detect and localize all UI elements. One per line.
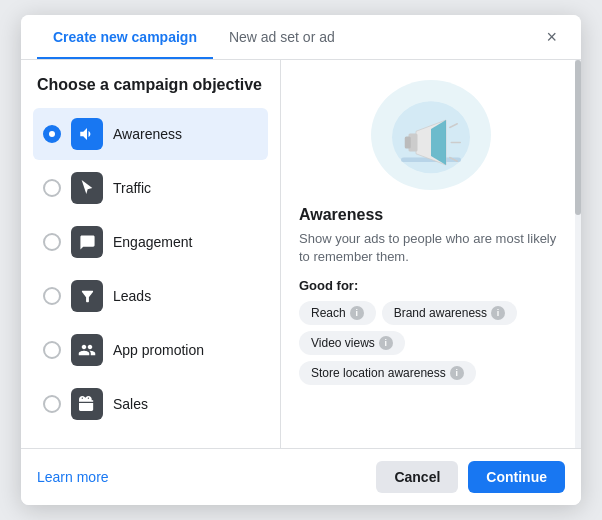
sales-label: Sales — [113, 396, 148, 412]
app-promotion-label: App promotion — [113, 342, 204, 358]
tab-new-ad-set[interactable]: New ad set or ad — [213, 15, 351, 59]
radio-app-promotion — [43, 341, 61, 359]
sales-icon — [71, 388, 103, 420]
info-icon-video[interactable]: i — [379, 336, 393, 350]
traffic-label: Traffic — [113, 180, 151, 196]
detail-description: Show your ads to people who are most lik… — [299, 230, 563, 266]
close-button[interactable]: × — [538, 24, 565, 50]
engagement-icon — [71, 226, 103, 258]
tag-store-location-label: Store location awareness — [311, 366, 446, 380]
illustration-circle — [371, 80, 491, 190]
panel-title: Choose a campaign objective — [33, 76, 268, 94]
cancel-button[interactable]: Cancel — [376, 461, 458, 493]
objective-item-awareness[interactable]: Awareness — [33, 108, 268, 160]
objective-item-engagement[interactable]: Engagement — [33, 216, 268, 268]
scroll-thumb[interactable] — [575, 60, 581, 215]
tag-reach: Reach i — [299, 301, 376, 325]
tab-create-campaign[interactable]: Create new campaign — [37, 15, 213, 59]
tag-video-views: Video views i — [299, 331, 405, 355]
modal-body: Choose a campaign objective Awareness — [21, 60, 581, 448]
app-promotion-icon — [71, 334, 103, 366]
tag-brand-awareness: Brand awareness i — [382, 301, 517, 325]
illustration-container — [299, 80, 563, 190]
tags-container: Reach i Brand awareness i Video views i … — [299, 301, 563, 385]
leads-icon — [71, 280, 103, 312]
right-panel: Awareness Show your ads to people who ar… — [281, 60, 581, 448]
campaign-modal: Create new campaign New ad set or ad × C… — [21, 15, 581, 505]
objective-item-app-promotion[interactable]: App promotion — [33, 324, 268, 376]
left-panel: Choose a campaign objective Awareness — [21, 60, 281, 448]
svg-rect-3 — [405, 137, 411, 149]
radio-awareness — [43, 125, 61, 143]
info-icon-brand[interactable]: i — [491, 306, 505, 320]
good-for-label: Good for: — [299, 278, 563, 293]
tag-brand-awareness-label: Brand awareness — [394, 306, 487, 320]
modal-footer: Learn more Cancel Continue — [21, 448, 581, 505]
leads-label: Leads — [113, 288, 151, 304]
learn-more-link[interactable]: Learn more — [37, 469, 109, 485]
traffic-icon — [71, 172, 103, 204]
radio-leads — [43, 287, 61, 305]
objective-item-sales[interactable]: Sales — [33, 378, 268, 430]
continue-button[interactable]: Continue — [468, 461, 565, 493]
modal-tabs: Create new campaign New ad set or ad × — [21, 15, 581, 60]
tag-store-location: Store location awareness i — [299, 361, 476, 385]
awareness-label: Awareness — [113, 126, 182, 142]
radio-engagement — [43, 233, 61, 251]
info-icon-store[interactable]: i — [450, 366, 464, 380]
scroll-track — [575, 60, 581, 448]
awareness-icon — [71, 118, 103, 150]
objective-item-traffic[interactable]: Traffic — [33, 162, 268, 214]
info-icon-reach[interactable]: i — [350, 306, 364, 320]
detail-title: Awareness — [299, 206, 563, 224]
footer-buttons: Cancel Continue — [376, 461, 565, 493]
tag-reach-label: Reach — [311, 306, 346, 320]
engagement-label: Engagement — [113, 234, 192, 250]
radio-sales — [43, 395, 61, 413]
tag-video-views-label: Video views — [311, 336, 375, 350]
megaphone-illustration — [386, 90, 476, 180]
objective-item-leads[interactable]: Leads — [33, 270, 268, 322]
radio-traffic — [43, 179, 61, 197]
